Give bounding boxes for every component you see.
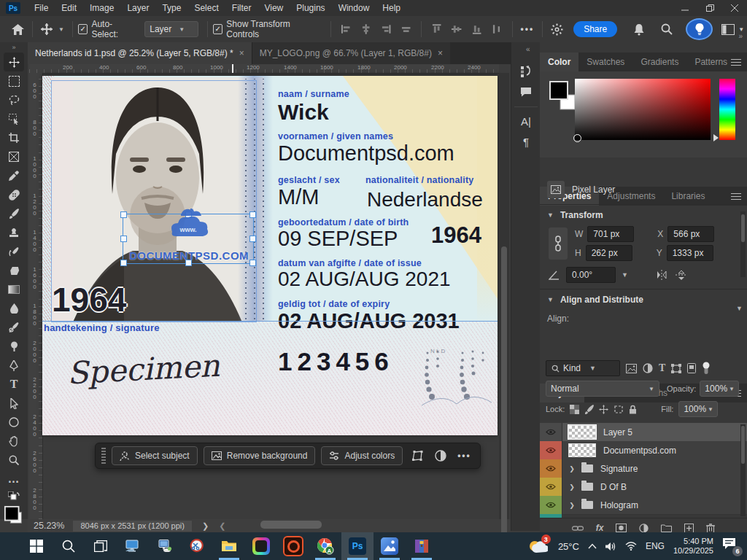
tab-patterns[interactable]: Patterns xyxy=(686,52,735,71)
layer-thumbnail[interactable] xyxy=(568,425,596,439)
healing-brush-tool[interactable] xyxy=(4,185,24,204)
add-mask-icon[interactable] xyxy=(616,524,627,532)
eraser-tool[interactable] xyxy=(4,261,24,280)
temperature-label[interactable]: 25°C xyxy=(558,541,579,552)
color-field-cursor[interactable] xyxy=(573,134,581,142)
transform-handle[interactable] xyxy=(120,236,127,242)
x-field[interactable]: 566 px xyxy=(667,226,714,242)
clone-stamp-tool[interactable] xyxy=(4,223,24,242)
filter-pixel-layers-icon[interactable] xyxy=(626,364,637,373)
workspace-switcher-icon[interactable]: ▼ xyxy=(719,24,747,35)
chevron-down-icon[interactable]: ▼ xyxy=(736,305,743,312)
taskbar-search-icon[interactable] xyxy=(53,532,85,560)
menu-layer[interactable]: Layer xyxy=(120,0,155,16)
width-field[interactable]: 701 px xyxy=(587,226,634,242)
wifi-icon[interactable] xyxy=(625,542,637,551)
photoshop-taskbar-icon[interactable]: Ps xyxy=(341,532,374,560)
chevron-down-icon[interactable]: ▼ xyxy=(622,271,628,279)
object-selection-tool[interactable] xyxy=(4,109,24,128)
menu-edit[interactable]: Edit xyxy=(55,0,83,16)
clock-widget[interactable]: 5:40 PM 10/29/2025 xyxy=(673,537,713,556)
layer-name[interactable]: D Of B xyxy=(600,482,627,492)
align-left-icon[interactable] xyxy=(341,23,352,35)
tab-swatches[interactable]: Swatches xyxy=(578,52,632,71)
new-layer-icon[interactable] xyxy=(684,524,694,533)
eyedropper-tool[interactable] xyxy=(4,166,24,185)
move-tool-option-icon[interactable] xyxy=(38,23,55,35)
pen-tool[interactable] xyxy=(4,356,24,375)
history-panel-icon[interactable] xyxy=(516,63,535,80)
collapse-panels-icon[interactable]: « xyxy=(526,45,530,53)
weather-widget[interactable]: 3 xyxy=(527,537,549,556)
layer-group-signature[interactable]: ❯ Signature xyxy=(540,459,747,478)
layer-name[interactable]: Documentpsd.com xyxy=(603,446,676,456)
workspace-settings-gear-icon[interactable] xyxy=(548,23,566,36)
chrome-icon[interactable]: A xyxy=(309,532,341,560)
transform-handle[interactable] xyxy=(249,236,256,242)
this-pc-icon[interactable] xyxy=(117,532,149,560)
select-subject-button[interactable]: Select subject xyxy=(112,446,198,465)
discover-lightbulb-icon[interactable] xyxy=(686,18,713,40)
adjustment-contrast-icon[interactable] xyxy=(433,450,449,462)
paragraph-panel-icon[interactable]: ¶ xyxy=(516,133,535,150)
default-swap-colors-icon[interactable] xyxy=(4,489,24,503)
adjust-colors-button[interactable]: Adjust colors xyxy=(321,446,403,465)
file-explorer-icon[interactable] xyxy=(213,532,245,560)
filter-adjustment-layers-icon[interactable] xyxy=(643,363,653,373)
share-button[interactable]: Share xyxy=(573,21,617,37)
align-bottom-icon[interactable] xyxy=(471,23,482,35)
frame-tool[interactable] xyxy=(4,147,24,166)
layer-visibility-eye-icon[interactable] xyxy=(540,478,562,496)
lock-transparency-icon[interactable] xyxy=(570,405,579,414)
align-middle-icon[interactable] xyxy=(451,23,462,35)
menu-file[interactable]: File xyxy=(28,0,55,16)
layer-row-documentpsd[interactable]: Documentpsd.com xyxy=(540,441,747,460)
lock-position-icon[interactable] xyxy=(599,405,608,414)
history-brush-tool[interactable] xyxy=(4,242,24,261)
layer-thumbnail[interactable] xyxy=(568,443,596,457)
drag-handle[interactable] xyxy=(101,448,106,464)
delete-layer-trash-icon[interactable] xyxy=(706,524,715,533)
character-panel-icon[interactable]: A| xyxy=(516,112,535,130)
notification-center-icon[interactable]: 6 xyxy=(722,537,740,555)
hue-slider[interactable] xyxy=(719,79,735,140)
tab-my-logo-png[interactable]: MY_LOGO.png @ 66.7% (Layer 1, RGB/8#) × xyxy=(252,42,450,64)
filter-type-layers-icon[interactable]: T xyxy=(659,362,665,374)
tab-gradients[interactable]: Gradients xyxy=(632,52,686,71)
menu-help[interactable]: Help xyxy=(376,0,407,16)
menu-view[interactable]: View xyxy=(258,0,290,16)
layer-name[interactable]: Hologram xyxy=(600,500,638,510)
crop-tool[interactable] xyxy=(4,128,24,147)
more-options-icon[interactable]: ••• xyxy=(518,24,538,34)
layer-visibility-eye-icon[interactable] xyxy=(540,459,562,478)
collapse-toolbar-icon[interactable]: » xyxy=(4,42,24,52)
filter-shape-layers-icon[interactable] xyxy=(671,364,681,373)
distribute-horizontal-centers-icon[interactable] xyxy=(400,23,411,35)
language-indicator[interactable]: ENG xyxy=(646,541,665,551)
opacity-field[interactable]: 100% ▼ xyxy=(700,381,739,397)
y-field[interactable]: 1333 px xyxy=(667,245,713,261)
show-transform-checkbox[interactable]: ✓ xyxy=(213,24,223,34)
notifications-bell-icon[interactable] xyxy=(630,23,648,36)
dodge-tool[interactable] xyxy=(4,337,24,356)
remove-background-button[interactable]: Remove background xyxy=(204,446,316,465)
layer-visibility-eye-icon[interactable] xyxy=(540,423,562,441)
hand-tool[interactable] xyxy=(4,432,24,451)
tab-libraries[interactable]: Libraries xyxy=(663,187,713,206)
fill-field[interactable]: 100% ▼ xyxy=(678,401,718,417)
layer-row-layer5[interactable]: Layer 5 xyxy=(540,423,747,442)
flip-vertical-icon[interactable] xyxy=(675,270,688,281)
snipping-tool-icon[interactable] xyxy=(181,532,213,560)
horizontal-scrollbar-thumb[interactable] xyxy=(260,521,322,529)
add-adjustment-icon[interactable] xyxy=(639,524,649,533)
expand-group-chevron-icon[interactable]: ❯ xyxy=(562,483,581,491)
angle-field[interactable]: 0.00° xyxy=(566,267,616,283)
transform-handle[interactable] xyxy=(120,211,127,218)
zoom-tool[interactable] xyxy=(4,451,24,470)
panel-menu-icon[interactable] xyxy=(731,192,741,200)
edit-toolbar-icon[interactable]: … xyxy=(4,470,24,489)
blur-tool[interactable] xyxy=(4,299,24,318)
auto-select-checkbox[interactable]: ✓ xyxy=(78,24,88,34)
layer-group-dofb[interactable]: ❯ D Of B xyxy=(540,478,747,497)
link-layers-icon[interactable] xyxy=(572,525,584,532)
